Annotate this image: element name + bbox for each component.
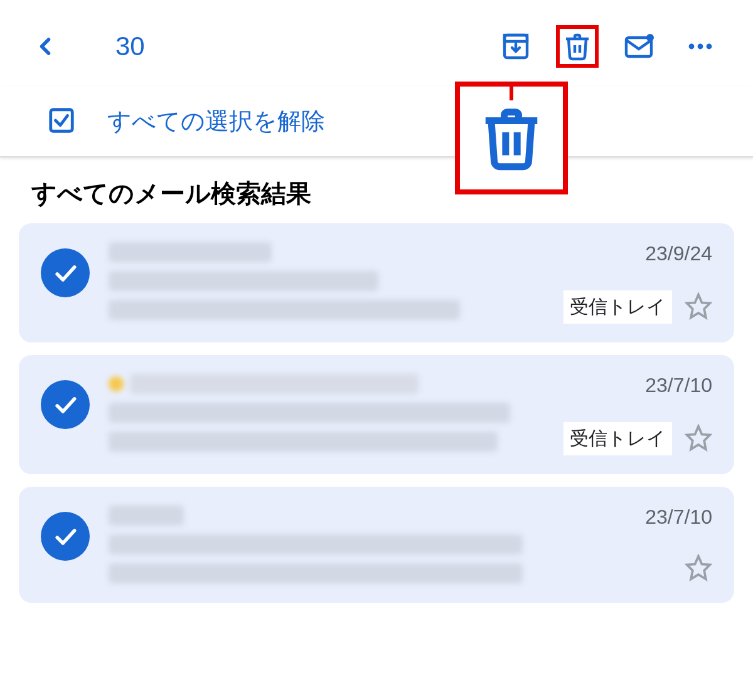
mail-item[interactable]: 23/7/10 受信トレイ [19,355,734,474]
mail-meta: 23/7/10 受信トレイ [563,374,712,455]
chevron-left-icon [31,33,59,60]
selection-check[interactable] [41,248,90,297]
svg-point-9 [707,44,712,50]
back-button[interactable] [31,33,59,60]
svg-rect-5 [626,38,651,56]
mail-subject-blurred [109,403,510,423]
svg-point-6 [646,34,654,41]
more-horizontal-icon [685,31,715,61]
svg-point-8 [698,44,703,50]
callout-connector [510,82,513,100]
mail-label-chip: 受信トレイ [563,422,672,455]
toolbar: 30 [0,0,753,87]
trash-icon-large [477,103,546,172]
deselect-all-row[interactable]: すべての選択を解除 [0,87,753,157]
archive-button[interactable] [494,25,537,68]
mail-sender-blurred [109,506,184,526]
mail-content [109,506,626,583]
section-title: すべてのメール検索結果 [0,157,753,223]
mail-sender-blurred [109,374,545,394]
mail-date: 23/7/10 [645,374,712,397]
trash-icon [562,31,592,61]
archive-icon [501,31,531,61]
check-icon [51,391,79,418]
mail-meta: 23/7/10 [645,506,712,584]
mail-snippet-blurred [109,563,523,583]
star-outline-icon [685,424,712,452]
check-icon [51,259,79,287]
checkbox-checked-icon [47,106,76,137]
star-outline-icon [685,292,712,320]
star-button[interactable] [685,292,712,322]
star-button[interactable] [685,424,712,454]
star-button[interactable] [685,554,712,584]
svg-rect-12 [51,109,73,131]
star-outline-icon [685,554,712,581]
mail-sender-blurred [109,242,272,262]
mail-list: 23/9/24 受信トレイ 23/7/10 受信トレイ [0,223,753,603]
callout-delete-icon [455,82,568,194]
svg-marker-15 [687,556,710,580]
mail-snippet-blurred [109,432,498,452]
mail-unread-icon [624,31,654,61]
mail-subject-blurred [109,271,378,291]
mail-snippet-blurred [109,300,460,320]
svg-point-7 [689,44,695,50]
selected-count: 30 [115,31,145,61]
mail-date: 23/7/10 [645,506,712,529]
check-icon [51,522,79,550]
mail-date: 23/9/24 [645,242,712,265]
mail-label-chip: 受信トレイ [563,290,672,324]
mail-meta: 23/9/24 受信トレイ [563,242,712,324]
svg-marker-13 [687,294,710,317]
svg-rect-1 [505,35,527,41]
mark-unread-button[interactable] [617,25,660,68]
mail-item[interactable]: 23/7/10 [19,487,734,603]
mail-subject-blurred [109,534,523,554]
more-button[interactable] [679,25,722,68]
mail-content [109,242,545,320]
selection-check[interactable] [41,380,90,429]
deselect-all-label: すべての選択を解除 [107,105,325,137]
selection-check[interactable] [41,512,90,561]
mail-content [109,374,545,452]
delete-button[interactable] [556,25,599,68]
mail-item[interactable]: 23/9/24 受信トレイ [19,223,734,342]
svg-marker-14 [687,426,710,449]
